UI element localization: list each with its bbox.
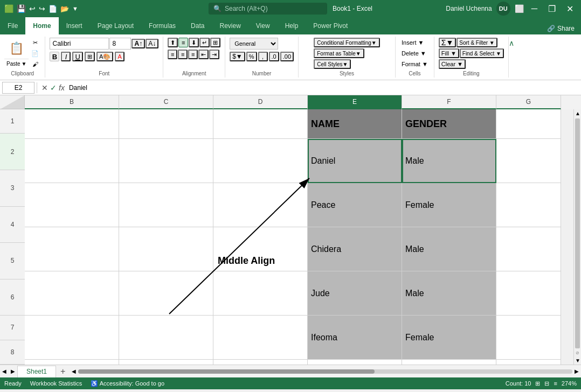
quick-access-save[interactable]: 💾 (17, 4, 26, 13)
bold-btn[interactable]: B (50, 52, 59, 61)
ribbon-collapse-btn[interactable]: ∧ (509, 39, 514, 47)
row-header-1[interactable]: 1 (0, 109, 25, 134)
tab-power-pivot[interactable]: Power Pivot (306, 17, 355, 34)
minimize-button[interactable]: ─ (528, 4, 541, 13)
cell-b7[interactable] (25, 360, 119, 365)
row-header-3[interactable]: 3 (0, 170, 25, 207)
row-header-2[interactable]: 2 (0, 134, 25, 170)
quick-access-open[interactable]: 📂 (60, 5, 69, 13)
normal-view-btn[interactable]: ≡ (554, 380, 557, 387)
cell-b6[interactable] (25, 316, 119, 360)
italic-btn[interactable]: I (61, 52, 71, 61)
comma-btn[interactable]: , (258, 52, 268, 61)
col-header-d[interactable]: D (213, 95, 308, 109)
increase-font-btn[interactable]: A↑ (132, 39, 145, 48)
cell-b5[interactable] (25, 271, 119, 316)
cell-c3[interactable] (119, 183, 213, 227)
align-right-btn[interactable]: ≡ (188, 50, 198, 59)
cell-c6[interactable] (119, 316, 213, 360)
clear-btn[interactable]: Clear ▼ (439, 59, 466, 69)
h-scroll-track[interactable] (78, 369, 572, 374)
col-header-c[interactable]: C (119, 95, 213, 109)
tab-home[interactable]: Home (25, 17, 58, 34)
row-header-4[interactable]: 4 (0, 207, 25, 243)
cell-e3[interactable]: Peace (308, 183, 402, 227)
row-header-7[interactable]: 7 (0, 316, 25, 340)
font-color-btn[interactable]: A (115, 52, 124, 61)
cell-e5[interactable]: Jude (308, 271, 402, 316)
percent-btn[interactable]: % (246, 52, 257, 61)
cell-f7[interactable] (402, 360, 496, 365)
scroll-sheet-left-btn[interactable]: ◀ (0, 368, 9, 374)
decrease-font-btn[interactable]: A↓ (146, 39, 158, 48)
scroll-sheet-right-btn[interactable]: ▶ (9, 368, 17, 374)
quick-access-redo[interactable]: ↪ (39, 4, 45, 13)
sheet-tab-sheet1[interactable]: Sheet1 (17, 366, 56, 377)
cell-reference-box[interactable] (2, 82, 34, 94)
confirm-formula-icon[interactable]: ✓ (50, 83, 57, 92)
increase-decimal-btn[interactable]: .00 (280, 52, 294, 61)
cell-f4[interactable]: Male (402, 227, 496, 271)
share-button[interactable]: 🔗 Share (541, 23, 581, 34)
close-button[interactable]: ✕ (563, 4, 577, 14)
restore-button[interactable]: ❐ (545, 4, 559, 14)
quick-access-undo[interactable]: ↩ (29, 4, 36, 13)
add-sheet-btn[interactable]: + (56, 366, 70, 377)
col-header-e[interactable]: E (308, 95, 402, 109)
row-header-5[interactable]: 5 (0, 243, 25, 279)
tab-view[interactable]: View (248, 17, 278, 34)
cell-d5[interactable] (213, 271, 308, 316)
cell-e2[interactable]: Daniel (308, 139, 402, 183)
align-left-btn[interactable]: ≡ (168, 50, 177, 59)
cell-f6[interactable]: Female (402, 316, 496, 360)
vertical-scrollbar[interactable]: ▲ ⊘ ▼ (573, 109, 581, 365)
cancel-formula-icon[interactable]: ✕ (42, 83, 48, 92)
horizontal-scrollbar[interactable]: ◀ ▶ (70, 368, 581, 374)
number-format-selector[interactable]: General (230, 38, 278, 50)
cell-f1[interactable]: GENDER (402, 109, 496, 139)
delete-cells-btn[interactable]: Delete ▼ (400, 48, 428, 58)
user-avatar[interactable]: DU (496, 2, 510, 16)
underline-btn[interactable]: U (72, 52, 82, 61)
col-header-b[interactable]: B (25, 95, 119, 109)
cell-d6[interactable] (213, 316, 308, 360)
tab-help[interactable]: Help (278, 17, 306, 34)
cell-g4[interactable] (496, 227, 561, 271)
conditional-formatting-btn[interactable]: Conditional Formatting▼ (314, 38, 380, 47)
formula-input[interactable] (67, 84, 579, 92)
cell-c7[interactable] (119, 360, 213, 365)
cell-e1[interactable]: NAME (308, 109, 402, 139)
wrap-text-btn[interactable]: ↵ (199, 38, 210, 47)
insert-cells-btn[interactable]: Insert ▼ (400, 38, 425, 47)
h-scroll-left-btn[interactable]: ◀ (72, 368, 76, 374)
font-size-selector[interactable] (109, 38, 131, 50)
format-painter-button[interactable]: 🖌 (30, 59, 40, 69)
align-center-btn[interactable]: ≡ (178, 50, 188, 59)
cell-g1[interactable] (496, 109, 561, 139)
align-bottom-btn[interactable]: ⬇ (189, 38, 199, 47)
cell-f2[interactable]: Male (402, 139, 496, 183)
scroll-thumb[interactable] (575, 118, 580, 348)
ribbon-display-btn[interactable]: ⬜ (515, 4, 524, 13)
cell-e4[interactable]: Chidera (308, 227, 402, 271)
cell-e7[interactable] (308, 360, 402, 365)
cell-c4[interactable] (119, 227, 213, 271)
quick-access-more[interactable]: ▼ (72, 5, 78, 12)
font-name-selector[interactable] (50, 38, 109, 50)
row-header-6[interactable]: 6 (0, 279, 25, 316)
row-header-8[interactable]: 8 (0, 340, 25, 365)
paste-button[interactable]: 📋 Paste▼ (4, 38, 29, 68)
cell-g5[interactable] (496, 271, 561, 316)
align-top-btn[interactable]: ⬆ (168, 38, 178, 47)
tab-insert[interactable]: Insert (59, 17, 90, 34)
col-header-f[interactable]: F (402, 95, 496, 109)
cell-c1[interactable] (119, 109, 213, 139)
cell-styles-btn[interactable]: Cell Styles▼ (314, 59, 351, 69)
cell-g3[interactable] (496, 183, 561, 227)
align-middle-btn[interactable]: ≡ (178, 38, 188, 47)
cell-c5[interactable] (119, 271, 213, 316)
col-header-g[interactable]: G (496, 95, 561, 109)
currency-btn[interactable]: $▼ (230, 52, 245, 61)
decrease-decimal-btn[interactable]: .0 (269, 52, 279, 61)
tab-review[interactable]: Review (212, 17, 248, 34)
